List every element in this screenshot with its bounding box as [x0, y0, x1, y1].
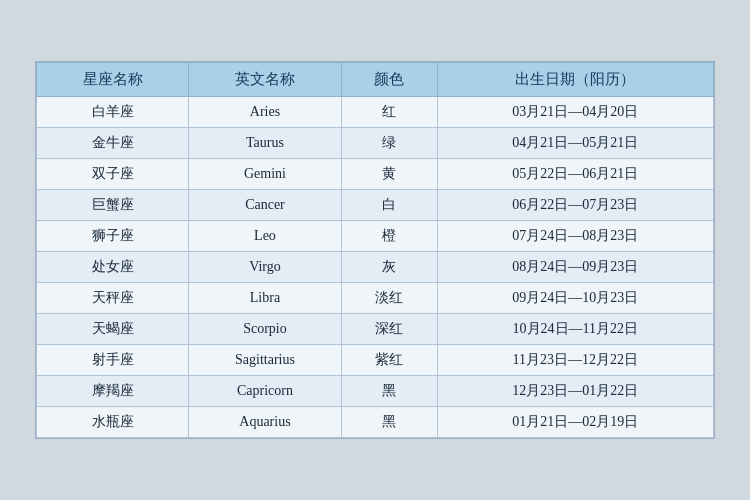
cell-dates: 04月21日—05月21日 — [437, 128, 713, 159]
cell-color: 红 — [341, 97, 437, 128]
cell-dates: 06月22日—07月23日 — [437, 190, 713, 221]
cell-english-name: Cancer — [189, 190, 341, 221]
table-row: 狮子座Leo橙07月24日—08月23日 — [37, 221, 714, 252]
cell-english-name: Aquarius — [189, 407, 341, 438]
cell-color: 紫红 — [341, 345, 437, 376]
cell-chinese-name: 狮子座 — [37, 221, 189, 252]
cell-chinese-name: 金牛座 — [37, 128, 189, 159]
zodiac-table-wrapper: 星座名称 英文名称 颜色 出生日期（阳历） 白羊座Aries红03月21日—04… — [35, 61, 715, 439]
cell-english-name: Scorpio — [189, 314, 341, 345]
cell-english-name: Gemini — [189, 159, 341, 190]
cell-chinese-name: 白羊座 — [37, 97, 189, 128]
cell-dates: 05月22日—06月21日 — [437, 159, 713, 190]
cell-color: 白 — [341, 190, 437, 221]
cell-english-name: Aries — [189, 97, 341, 128]
table-row: 摩羯座Capricorn黑12月23日—01月22日 — [37, 376, 714, 407]
table-row: 白羊座Aries红03月21日—04月20日 — [37, 97, 714, 128]
cell-dates: 12月23日—01月22日 — [437, 376, 713, 407]
cell-chinese-name: 巨蟹座 — [37, 190, 189, 221]
table-row: 金牛座Taurus绿04月21日—05月21日 — [37, 128, 714, 159]
cell-english-name: Sagittarius — [189, 345, 341, 376]
cell-color: 黑 — [341, 376, 437, 407]
table-header-row: 星座名称 英文名称 颜色 出生日期（阳历） — [37, 63, 714, 97]
cell-color: 黄 — [341, 159, 437, 190]
table-row: 水瓶座Aquarius黑01月21日—02月19日 — [37, 407, 714, 438]
table-row: 射手座Sagittarius紫红11月23日—12月22日 — [37, 345, 714, 376]
cell-chinese-name: 摩羯座 — [37, 376, 189, 407]
cell-dates: 10月24日—11月22日 — [437, 314, 713, 345]
cell-color: 黑 — [341, 407, 437, 438]
cell-dates: 03月21日—04月20日 — [437, 97, 713, 128]
cell-color: 绿 — [341, 128, 437, 159]
cell-color: 深红 — [341, 314, 437, 345]
cell-color: 橙 — [341, 221, 437, 252]
zodiac-table: 星座名称 英文名称 颜色 出生日期（阳历） 白羊座Aries红03月21日—04… — [36, 62, 714, 438]
cell-chinese-name: 水瓶座 — [37, 407, 189, 438]
header-dates: 出生日期（阳历） — [437, 63, 713, 97]
cell-english-name: Taurus — [189, 128, 341, 159]
cell-english-name: Leo — [189, 221, 341, 252]
cell-chinese-name: 双子座 — [37, 159, 189, 190]
header-english-name: 英文名称 — [189, 63, 341, 97]
cell-english-name: Virgo — [189, 252, 341, 283]
cell-chinese-name: 处女座 — [37, 252, 189, 283]
cell-english-name: Libra — [189, 283, 341, 314]
table-row: 巨蟹座Cancer白06月22日—07月23日 — [37, 190, 714, 221]
table-row: 天秤座Libra淡红09月24日—10月23日 — [37, 283, 714, 314]
table-row: 天蝎座Scorpio深红10月24日—11月22日 — [37, 314, 714, 345]
cell-chinese-name: 天蝎座 — [37, 314, 189, 345]
header-color: 颜色 — [341, 63, 437, 97]
table-row: 双子座Gemini黄05月22日—06月21日 — [37, 159, 714, 190]
cell-color: 淡红 — [341, 283, 437, 314]
cell-dates: 09月24日—10月23日 — [437, 283, 713, 314]
cell-dates: 11月23日—12月22日 — [437, 345, 713, 376]
header-chinese-name: 星座名称 — [37, 63, 189, 97]
cell-color: 灰 — [341, 252, 437, 283]
table-body: 白羊座Aries红03月21日—04月20日金牛座Taurus绿04月21日—0… — [37, 97, 714, 438]
cell-chinese-name: 天秤座 — [37, 283, 189, 314]
cell-english-name: Capricorn — [189, 376, 341, 407]
cell-dates: 01月21日—02月19日 — [437, 407, 713, 438]
cell-chinese-name: 射手座 — [37, 345, 189, 376]
table-row: 处女座Virgo灰08月24日—09月23日 — [37, 252, 714, 283]
cell-dates: 07月24日—08月23日 — [437, 221, 713, 252]
cell-dates: 08月24日—09月23日 — [437, 252, 713, 283]
